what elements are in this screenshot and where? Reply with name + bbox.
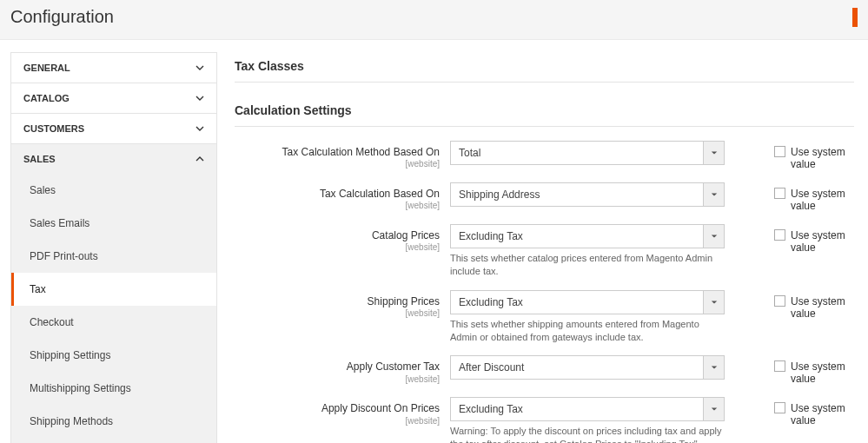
page-title: Configuration [10, 7, 114, 27]
field-label: Tax Calculation Method Based On [235, 146, 440, 158]
chevron-down-icon [195, 63, 204, 72]
select-customer-tax[interactable]: After Discount [450, 355, 725, 380]
use-system-checkbox[interactable] [774, 146, 785, 157]
sidebar-item-shipping-settings[interactable]: Shipping Settings [11, 339, 216, 372]
field-shipping-prices: Shipping Prices [website] Excluding Tax … [235, 290, 854, 344]
chevron-down-icon [195, 124, 204, 133]
select-tax-based-on[interactable]: Shipping Address [450, 182, 725, 207]
field-customer-tax: Apply Customer Tax [website] After Disco… [235, 355, 854, 385]
content-columns: GENERAL CATALOG CUSTOMERS SALES Sales [0, 40, 868, 443]
sidebar-group-catalog: CATALOG [11, 83, 216, 114]
sidebar-group-general: GENERAL [11, 53, 216, 83]
select-value: Excluding Tax [451, 291, 703, 314]
field-scope: [website] [235, 308, 440, 318]
field-note: This sets whether catalog prices entered… [450, 252, 725, 278]
select-value: Excluding Tax [451, 225, 703, 248]
field-label: Catalog Prices [235, 229, 440, 241]
use-system-checkbox[interactable] [774, 188, 785, 199]
use-system-label[interactable]: Use system value [791, 402, 854, 426]
sidebar-item-shipping-methods[interactable]: Shipping Methods [11, 405, 216, 438]
use-system-label[interactable]: Use system value [791, 360, 854, 385]
dropdown-icon [703, 183, 724, 206]
use-system-checkbox[interactable] [774, 402, 785, 413]
sidebar-group-title-customers[interactable]: CUSTOMERS [11, 114, 216, 143]
field-label: Tax Calculation Based On [235, 188, 440, 200]
sidebar-group-title-general[interactable]: GENERAL [11, 53, 216, 83]
section-tax-classes[interactable]: Tax Classes [235, 52, 854, 83]
sidebar-group-label: GENERAL [23, 63, 70, 73]
sidebar-item-multishipping-settings[interactable]: Multishipping Settings [11, 372, 216, 405]
sidebar-item-sales[interactable]: Sales [11, 174, 216, 207]
use-system-label[interactable]: Use system value [791, 146, 854, 170]
sidebar-item-google-api[interactable]: Google API [11, 438, 216, 443]
dropdown-icon [703, 291, 724, 314]
sidebar-group-sales: SALES Sales Sales Emails PDF Print-outs … [11, 144, 216, 443]
page-header: Configuration [0, 0, 868, 40]
field-catalog-prices: Catalog Prices [website] Excluding Tax T… [235, 224, 854, 278]
field-scope: [website] [235, 374, 440, 384]
use-system-checkbox[interactable] [774, 295, 785, 307]
use-system-checkbox[interactable] [774, 229, 785, 241]
select-catalog-prices[interactable]: Excluding Tax [450, 224, 725, 248]
sidebar-group-title-catalog[interactable]: CATALOG [11, 83, 216, 113]
sidebar-item-checkout[interactable]: Checkout [11, 306, 216, 339]
section-calculation-settings[interactable]: Calculation Settings [235, 96, 854, 127]
sidebar-group-label: CUSTOMERS [23, 123, 84, 134]
sidebar-items: Sales Sales Emails PDF Print-outs Tax Ch… [11, 174, 216, 443]
field-tax-method: Tax Calculation Method Based On [website… [235, 141, 854, 170]
field-scope: [website] [235, 159, 440, 169]
sidebar-item-sales-emails[interactable]: Sales Emails [11, 207, 216, 240]
sidebar-item-tax[interactable]: Tax [11, 273, 216, 306]
use-system-label[interactable]: Use system value [791, 188, 854, 212]
select-value: After Discount [451, 356, 703, 379]
select-value: Excluding Tax [451, 398, 703, 420]
sidebar: GENERAL CATALOG CUSTOMERS SALES Sales [10, 52, 217, 443]
select-discount-on-prices[interactable]: Excluding Tax [450, 397, 725, 421]
accent-marker [852, 8, 858, 27]
select-value: Shipping Address [451, 183, 703, 206]
main-panel: Tax Classes Calculation Settings Tax Cal… [235, 52, 858, 443]
sidebar-group-title-sales[interactable]: SALES [11, 144, 216, 174]
use-system-checkbox[interactable] [774, 360, 785, 372]
sidebar-group-label: SALES [23, 154, 56, 164]
select-value: Total [451, 142, 703, 164]
field-label: Shipping Prices [235, 295, 440, 307]
dropdown-icon [703, 225, 724, 248]
use-system-label[interactable]: Use system value [791, 229, 854, 254]
select-tax-method[interactable]: Total [450, 141, 725, 165]
field-label: Apply Discount On Prices [235, 402, 440, 414]
sidebar-item-pdf-printouts[interactable]: PDF Print-outs [11, 240, 216, 273]
chevron-down-icon [195, 94, 204, 102]
select-shipping-prices[interactable]: Excluding Tax [450, 290, 725, 314]
field-scope: [website] [235, 416, 440, 426]
field-discount-on-prices: Apply Discount On Prices [website] Exclu… [235, 397, 854, 443]
field-note: Warning: To apply the discount on prices… [450, 425, 725, 443]
dropdown-icon [703, 398, 724, 420]
dropdown-icon [703, 356, 724, 379]
field-scope: [website] [235, 201, 440, 210]
sidebar-group-label: CATALOG [23, 93, 70, 103]
use-system-label[interactable]: Use system value [791, 295, 854, 320]
field-label: Apply Customer Tax [235, 360, 440, 373]
field-note: This sets whether shipping amounts enter… [450, 318, 725, 344]
sidebar-group-customers: CUSTOMERS [11, 114, 216, 144]
chevron-up-icon [195, 155, 204, 163]
field-tax-based-on: Tax Calculation Based On [website] Shipp… [235, 182, 854, 212]
field-scope: [website] [235, 242, 440, 252]
dropdown-icon [703, 142, 724, 164]
